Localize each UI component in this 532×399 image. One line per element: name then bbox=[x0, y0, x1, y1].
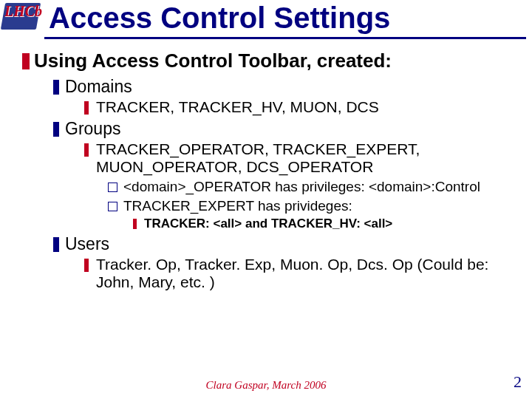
square-bullet-icon bbox=[108, 183, 117, 192]
users-label: Users bbox=[65, 234, 109, 253]
bullet-icon bbox=[53, 122, 59, 137]
slide-content: Using Access Control Toolbar, created: D… bbox=[0, 39, 532, 291]
domains-items: TRACKER, TRACKER_HV, MUON, DCS bbox=[84, 98, 519, 116]
bullet-icon bbox=[84, 101, 89, 115]
groups-label: Groups bbox=[65, 119, 120, 138]
groups-heading: Groups bbox=[53, 119, 519, 139]
groups-note1-text: <domain>_OPERATOR has privileges: <domai… bbox=[123, 179, 519, 195]
slide-title: Access Control Settings bbox=[49, 3, 390, 33]
domains-items-text: TRACKER, TRACKER_HV, MUON, DCS bbox=[96, 98, 519, 116]
bullet-icon bbox=[133, 219, 137, 229]
users-items-text: Tracker. Op, Tracker. Exp, Muon. Op, Dcs… bbox=[96, 256, 519, 291]
bullet-icon bbox=[53, 80, 59, 95]
groups-note-expert: TRACKER_EXPERT has privideges: bbox=[108, 198, 519, 214]
page-number: 2 bbox=[514, 372, 522, 392]
lhcb-logo: LHCb bbox=[3, 3, 44, 33]
bullet-icon bbox=[53, 237, 59, 252]
slide-header: LHCb Access Control Settings bbox=[0, 0, 532, 33]
bullet-lvl1: Using Access Control Toolbar, created: bbox=[22, 50, 519, 72]
bullet-icon bbox=[22, 53, 30, 69]
lvl1-text: Using Access Control Toolbar, created: bbox=[34, 50, 392, 72]
bullet-icon bbox=[84, 259, 89, 272]
groups-items: TRACKER_OPERATOR, TRACKER_EXPERT, MUON_O… bbox=[84, 140, 519, 176]
bullet-icon bbox=[84, 143, 89, 157]
groups-note-expert-detail: TRACKER: <all> and TRACKER_HV: <all> bbox=[133, 216, 519, 231]
domains-heading: Domains bbox=[53, 77, 519, 97]
square-bullet-icon bbox=[108, 202, 117, 211]
groups-note2-text: TRACKER_EXPERT has privideges: bbox=[123, 198, 519, 214]
groups-note3-text: TRACKER: <all> and TRACKER_HV: <all> bbox=[144, 216, 392, 231]
groups-items-text: TRACKER_OPERATOR, TRACKER_EXPERT, MUON_O… bbox=[96, 140, 519, 176]
users-heading: Users bbox=[53, 234, 519, 254]
users-items: Tracker. Op, Tracker. Exp, Muon. Op, Dcs… bbox=[84, 256, 519, 291]
domains-label: Domains bbox=[65, 77, 132, 96]
groups-note-operator: <domain>_OPERATOR has privileges: <domai… bbox=[108, 179, 519, 195]
logo-text: LHCb bbox=[4, 3, 42, 20]
footer-author: Clara Gaspar, March 2006 bbox=[0, 379, 532, 392]
